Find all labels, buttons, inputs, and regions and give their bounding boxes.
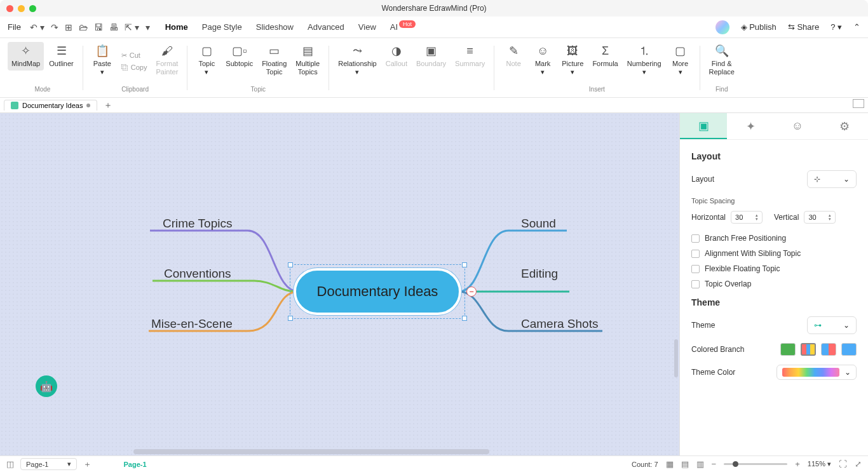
tab-advanced[interactable]: Advanced [308,22,344,32]
collapse-ribbon-button[interactable]: ⌃ [853,22,860,32]
find-replace-button[interactable]: 🔍Find & Replace [705,42,738,78]
branch-left-1[interactable]: Crime Topics [163,217,232,231]
view-mode-3[interactable]: ▥ [696,459,704,469]
publish-button[interactable]: ◈ Publish [741,22,776,32]
summary-button[interactable]: ≡Summary [451,42,489,78]
fullscreen-button[interactable]: ⤢ [855,459,862,469]
rpanel-tab-settings[interactable]: ⚙ [821,113,868,139]
redo-button[interactable]: ↷ [51,22,58,32]
zoom-slider[interactable] [724,463,787,465]
rpanel-tab-icon[interactable]: ☺ [774,113,821,139]
numbering-icon: ⒈ [639,44,650,57]
note-button[interactable]: ✎Note [499,42,527,78]
branch-right-2[interactable]: Editing [521,267,558,281]
canvas-vertical-scrollbar[interactable] [674,339,678,377]
user-avatar[interactable] [715,20,729,34]
add-page-button[interactable]: ＋ [83,459,92,470]
vertical-spacing-input[interactable]: 30▴▾ [804,211,836,224]
view-mode-2[interactable]: ▤ [681,459,689,469]
horizontal-scrollbar[interactable] [133,449,489,454]
topic-overlap-checkbox[interactable]: Topic Overlap [691,280,857,288]
document-tab[interactable]: Documentary Ideas [4,100,97,111]
format-painter-button[interactable]: 🖌Format Painter [152,42,182,80]
floating-topic-icon: ▭ [269,44,280,57]
share-button[interactable]: ⇆ Share [788,22,819,32]
swatch-1[interactable] [780,343,796,356]
branch-left-3[interactable]: Mise-en-Scene [151,317,233,331]
layout-selector[interactable]: ⊹⌄ [807,170,857,188]
swatch-3[interactable] [821,343,836,356]
tab-home[interactable]: Home [165,22,188,32]
theme-color-selector[interactable]: ⌄ [776,365,857,380]
cut-icon: ✂ [121,51,127,60]
subtopic-button[interactable]: ▢▫Subtopic [222,42,257,78]
branch-left-2[interactable]: Conventions [164,267,231,281]
help-button[interactable]: ? ▾ [831,22,842,32]
branch-right-1[interactable]: Sound [521,217,556,231]
maximize-window-button[interactable] [29,5,36,12]
multiple-topics-button[interactable]: ▤Multiple Topics [292,42,323,78]
central-topic[interactable]: Documentary Ideas [294,268,461,315]
collapse-branch-button[interactable]: − [466,287,477,297]
branch-right-3[interactable]: Camera Shots [521,317,598,331]
picture-button[interactable]: 🖼Picture▾ [558,42,587,78]
floating-topic-button[interactable]: ▭Floating Topic [258,42,290,78]
ai-assistant-button[interactable]: 🤖 [36,375,57,397]
tab-view[interactable]: View [358,22,376,32]
export-button[interactable]: ⇱ ▾ [125,22,139,32]
swatch-4[interactable] [841,343,857,356]
rpanel-tab-layout[interactable]: ▣ [680,113,727,139]
topic-button[interactable]: ▢Topic▾ [193,42,220,78]
page-tab[interactable]: Page-1 [123,461,146,468]
file-menu[interactable]: File [8,22,21,32]
numbering-button[interactable]: ⒈Numbering▾ [623,42,665,78]
open-button[interactable]: 🗁 [79,22,88,32]
horizontal-spacing-input[interactable]: 30▴▾ [731,211,763,224]
copy-button[interactable]: ⿻Copy [118,62,151,72]
tab-page-style[interactable]: Page Style [202,22,242,32]
more-insert-button[interactable]: ▢More▾ [667,42,695,78]
canvas[interactable]: Documentary Ideas − Crime Topics Convent… [0,113,679,455]
theme-selector[interactable]: ⊶⌄ [807,316,857,334]
close-window-button[interactable] [6,5,13,12]
new-button[interactable]: ⊞ [65,22,72,32]
print-button[interactable]: 🖶 [109,22,118,32]
branch-free-positioning-checkbox[interactable]: Branch Free Positioning [691,234,857,243]
relationship-button[interactable]: ⤳Relationship▾ [334,42,381,78]
outliner-mode-button[interactable]: ☰Outliner [45,42,78,71]
doc-icon [11,102,18,109]
statusbar: ◫ Page-1▾ ＋ Page-1 Count: 7 ▦ ▤ ▥ − + 11… [0,455,868,472]
multiple-topics-icon: ▤ [302,44,313,57]
paste-button[interactable]: 📋Paste▾ [88,42,116,80]
formula-button[interactable]: ΣFormula [588,42,621,78]
zoom-level[interactable]: 115% ▾ [808,460,831,468]
topic-spacing-label: Topic Spacing [691,197,857,205]
boundary-icon: ▣ [426,44,437,57]
flexible-floating-checkbox[interactable]: Flexible Floating Topic [691,264,857,273]
alignment-sibling-checkbox[interactable]: Alignment With Sibling Topic [691,249,857,258]
save-button[interactable]: 🖫 [94,22,103,32]
minimize-window-button[interactable] [18,5,25,12]
boundary-button[interactable]: ▣Boundary [412,42,450,78]
view-mode-1[interactable]: ▦ [666,459,674,469]
zoom-in-button[interactable]: + [795,459,800,469]
callout-button[interactable]: ◑Callout [382,42,411,78]
page-selector[interactable]: Page-1▾ [20,458,77,470]
zoom-out-button[interactable]: − [712,459,717,469]
fit-screen-button[interactable]: ⛶ [839,459,847,469]
mindmap-mode-button[interactable]: ✧MindMap [8,42,44,71]
outline-toggle-button[interactable]: ◫ [6,459,14,469]
cut-button[interactable]: ✂Cut [118,50,151,61]
window-controls [6,5,36,12]
count-label: Count: 7 [632,461,658,468]
mark-button[interactable]: ☺Mark▾ [529,42,557,78]
panel-toggle-button[interactable] [853,99,864,108]
rpanel-tab-style[interactable]: ✦ [727,113,774,139]
swatch-2[interactable] [801,343,816,356]
add-tab-button[interactable]: ＋ [104,100,112,111]
horizontal-label: Horizontal [691,213,726,222]
tab-ai[interactable]: AIHot [390,22,414,32]
tab-slideshow[interactable]: Slideshow [256,22,294,32]
qat-more[interactable]: ▾ [146,22,150,32]
undo-button[interactable]: ↶ ▾ [30,22,44,32]
